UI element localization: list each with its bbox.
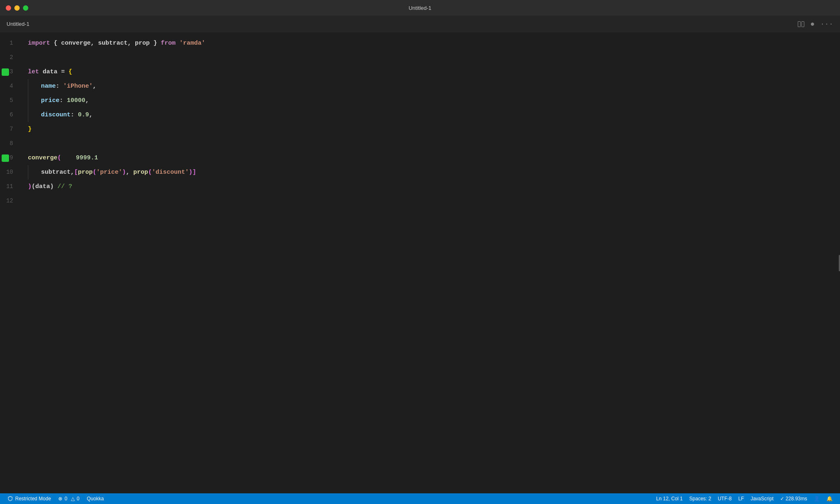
token-plain: (data)	[32, 179, 57, 194]
shield-icon	[7, 496, 13, 502]
line-number: 7	[0, 122, 18, 136]
line-number: 9	[0, 151, 18, 165]
token-comment: // ?	[57, 179, 72, 194]
spaces-item[interactable]: Spaces: 2	[686, 493, 714, 504]
code-line[interactable]	[25, 50, 840, 65]
token-plain: ,	[126, 165, 133, 179]
token-plain: ,	[93, 79, 96, 93]
close-button[interactable]	[6, 5, 11, 11]
token-fn: prop	[78, 165, 93, 179]
restricted-mode-item[interactable]: Restricted Mode	[4, 493, 54, 504]
code-line[interactable]: import { converge, subtract, prop } from…	[25, 36, 840, 50]
line-number: 4	[0, 79, 18, 93]
token-plain	[61, 151, 76, 165]
line-numbers: 123456789101112	[0, 33, 25, 493]
errors-item[interactable]: ⊗ 0 △ 0	[55, 493, 82, 504]
timing-item[interactable]: ✓ 228.93ms	[777, 493, 810, 504]
line-ending-label: LF	[738, 496, 744, 502]
token-obj-key: name	[41, 79, 56, 93]
line-number: 2	[0, 50, 18, 65]
title-bar: Untitled-1	[0, 0, 840, 16]
code-line[interactable]: let data = {	[25, 65, 840, 79]
code-area[interactable]: import { converge, subtract, prop } from…	[25, 33, 840, 493]
editor-area: 123456789101112 import { converge, subtr…	[0, 33, 840, 493]
token-punct: {	[50, 36, 61, 50]
token-kw-let: let	[28, 65, 39, 79]
code-line[interactable]: )(data) // ?	[25, 179, 840, 194]
line-number: 3	[0, 65, 18, 79]
token-bracket: [	[74, 165, 78, 179]
position-label: Ln 12, Col 1	[656, 496, 683, 502]
position-item[interactable]: Ln 12, Col 1	[653, 493, 686, 504]
restricted-mode-label: Restricted Mode	[15, 496, 51, 502]
token-plain: converge, subtract, prop	[61, 36, 150, 50]
token-brace: {	[68, 65, 72, 79]
line-number: 8	[0, 136, 18, 151]
window-title: Untitled-1	[409, 5, 431, 11]
token-plain: ,	[89, 108, 93, 122]
token-paren: (	[93, 165, 96, 179]
token-paren: )	[189, 165, 192, 179]
warning-icon: △	[71, 496, 75, 502]
token-plain: :	[71, 108, 78, 122]
spaces-label: Spaces: 2	[689, 496, 711, 502]
token-paren: (	[148, 165, 152, 179]
code-line[interactable]: converge( 9999.1	[25, 151, 840, 165]
token-punct: }	[150, 36, 161, 50]
maximize-button[interactable]	[23, 5, 28, 11]
token-kw-import: import	[28, 36, 50, 50]
token-num: 10000	[67, 93, 85, 108]
split-editor-icon[interactable]	[798, 21, 804, 27]
quokka-item[interactable]: Quokka	[84, 493, 107, 504]
code-line[interactable]	[25, 136, 840, 151]
dot-icon: ●	[810, 20, 815, 28]
line-number: 1	[0, 36, 18, 50]
remote-icon[interactable]: 👤	[810, 493, 823, 504]
language-item[interactable]: JavaScript	[747, 493, 777, 504]
token-paren: (	[57, 151, 61, 165]
code-line[interactable]	[25, 194, 840, 208]
token-plain: ,	[85, 93, 89, 108]
minimize-button[interactable]	[14, 5, 20, 11]
code-line[interactable]: discount: 0.9,	[25, 108, 840, 122]
encoding-label: UTF-8	[718, 496, 732, 502]
person-icon: 👤	[814, 496, 820, 502]
token-kw-from: from	[161, 36, 176, 50]
breakpoint-indicator[interactable]	[2, 154, 9, 162]
status-bar-right: Ln 12, Col 1 Spaces: 2 UTF-8 LF JavaScri…	[653, 493, 836, 504]
breakpoint-indicator[interactable]	[2, 68, 9, 76]
encoding-item[interactable]: UTF-8	[714, 493, 735, 504]
token-brace: }	[28, 122, 32, 136]
token-paren: )	[122, 165, 126, 179]
notification-icon[interactable]: 🔔	[823, 493, 836, 504]
status-bar: Restricted Mode ⊗ 0 △ 0 Quokka Ln 12, Co…	[0, 493, 840, 504]
token-str: 'price'	[96, 165, 122, 179]
code-line[interactable]: subtract,[prop('price'), prop('discount'…	[25, 165, 840, 179]
token-obj-key: discount	[41, 108, 71, 122]
timing-label: ✓ 228.93ms	[780, 496, 807, 502]
warning-count: 0	[77, 496, 80, 502]
line-number: 5	[0, 93, 18, 108]
tab-title[interactable]: Untitled-1	[7, 21, 30, 27]
language-label: JavaScript	[751, 496, 774, 502]
token-str: 'ramda'	[179, 36, 205, 50]
quokka-label: Quokka	[87, 496, 104, 502]
token-plain	[176, 36, 179, 50]
error-icon: ⊗	[58, 496, 62, 502]
code-line[interactable]: }	[25, 122, 840, 136]
editor-header: Untitled-1 ● ···	[0, 16, 840, 33]
bell-icon: 🔔	[826, 496, 833, 502]
token-plain: :	[59, 93, 67, 108]
line-number: 12	[0, 194, 18, 208]
more-actions-icon[interactable]: ···	[820, 20, 833, 28]
token-obj-key: price	[41, 93, 59, 108]
token-result: 9999.1	[76, 151, 98, 165]
line-ending-item[interactable]: LF	[735, 493, 747, 504]
token-str: 'discount'	[152, 165, 189, 179]
line-number: 11	[0, 179, 18, 194]
code-line[interactable]: price: 10000,	[25, 93, 840, 108]
code-line[interactable]: name: 'iPhone',	[25, 79, 840, 93]
error-count: 0	[64, 496, 67, 502]
token-plain: :	[56, 79, 63, 93]
token-str: 'iPhone'	[63, 79, 93, 93]
